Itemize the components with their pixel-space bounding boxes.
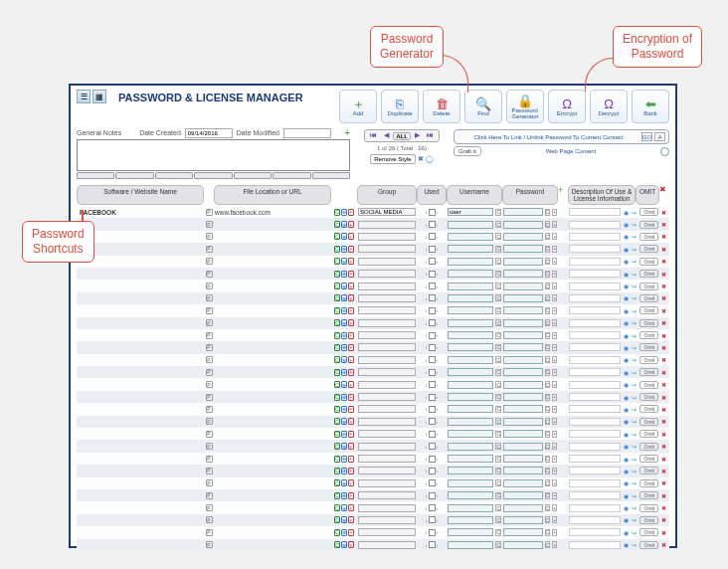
username-copy[interactable]: C: [495, 381, 501, 388]
used-prev-icon[interactable]: ‹: [426, 480, 428, 486]
password-input[interactable]: [503, 467, 543, 474]
url-action-b[interactable]: ⊕: [341, 233, 347, 240]
omit-button[interactable]: Omit: [639, 331, 658, 339]
url-action-c[interactable]: •: [348, 209, 354, 216]
url-action-b[interactable]: ⊕: [341, 456, 347, 463]
password-more[interactable]: •: [552, 307, 557, 314]
used-checkbox[interactable]: [429, 406, 436, 413]
password-copy[interactable]: C: [545, 418, 551, 425]
url-action-a[interactable]: C: [334, 221, 340, 228]
password-copy[interactable]: C: [545, 369, 551, 376]
description-input[interactable]: [569, 283, 621, 290]
row-link-icon[interactable]: ↪: [632, 381, 638, 388]
group-input[interactable]: [358, 294, 416, 302]
password-copy[interactable]: C: [545, 221, 551, 228]
notes-tab-2[interactable]: [115, 172, 153, 179]
delete-button[interactable]: 🗑Delete: [423, 90, 460, 123]
used-prev-icon[interactable]: ‹: [426, 320, 428, 326]
p-shortcut-button[interactable]: P: [206, 369, 213, 376]
row-delete-icon[interactable]: ✖: [660, 221, 667, 228]
used-checkbox[interactable]: [429, 479, 436, 486]
row-delete-icon[interactable]: ✖: [660, 246, 667, 253]
password-input[interactable]: [503, 221, 543, 229]
description-input[interactable]: [569, 245, 621, 253]
url-action-c[interactable]: •: [348, 418, 354, 425]
url-action-a[interactable]: C: [334, 246, 340, 253]
web-refresh-icon[interactable]: [660, 147, 669, 156]
used-next-icon[interactable]: ›: [437, 419, 439, 425]
url-action-b[interactable]: ⊕: [341, 369, 347, 376]
row-link-icon[interactable]: ↪: [632, 258, 638, 265]
row-info-icon[interactable]: ◉: [623, 468, 630, 474]
row-delete-icon[interactable]: ✖: [660, 381, 667, 388]
username-copy[interactable]: C: [495, 468, 501, 474]
omit-button[interactable]: Omit: [639, 319, 658, 327]
url-action-b[interactable]: ⊕: [341, 529, 347, 536]
url-action-c[interactable]: •: [348, 271, 354, 278]
username-copy[interactable]: C: [495, 221, 501, 228]
p-shortcut-button[interactable]: P: [206, 209, 213, 216]
url-action-a[interactable]: C: [334, 369, 340, 376]
row-delete-icon[interactable]: ✖: [660, 418, 667, 425]
p-shortcut-button[interactable]: P: [206, 431, 213, 438]
date-created-input[interactable]: [185, 128, 233, 138]
p-shortcut-button[interactable]: P: [206, 233, 213, 240]
row-delete-icon[interactable]: ✖: [660, 456, 667, 463]
omit-button[interactable]: Omit: [639, 258, 658, 266]
password-more[interactable]: •: [552, 456, 557, 463]
url-action-a[interactable]: C: [334, 492, 340, 499]
row-delete-icon[interactable]: ✖: [660, 344, 667, 351]
used-next-icon[interactable]: ›: [437, 382, 439, 388]
username-copy[interactable]: C: [495, 332, 501, 339]
password-copy[interactable]: C: [545, 479, 551, 486]
used-prev-icon[interactable]: ‹: [426, 431, 428, 437]
row-delete-icon[interactable]: ✖: [660, 492, 667, 499]
go-button[interactable]: GO: [641, 132, 652, 141]
used-prev-icon[interactable]: ‹: [426, 332, 428, 338]
url-action-c[interactable]: •: [348, 369, 354, 376]
group-input[interactable]: [358, 283, 416, 290]
description-input[interactable]: [569, 270, 621, 278]
password-more[interactable]: •: [552, 394, 557, 401]
url-action-a[interactable]: C: [334, 332, 340, 339]
used-next-icon[interactable]: ›: [437, 444, 439, 450]
password-input[interactable]: [503, 319, 543, 327]
password-input[interactable]: [503, 541, 543, 549]
omit-button[interactable]: Omit: [639, 443, 658, 451]
username-copy[interactable]: C: [495, 504, 501, 511]
used-checkbox[interactable]: [429, 233, 436, 240]
password-input[interactable]: [503, 258, 543, 266]
username-input[interactable]: [448, 233, 493, 241]
omit-button[interactable]: Omit: [639, 306, 658, 314]
username-input[interactable]: [448, 479, 493, 487]
password-input[interactable]: [503, 516, 543, 524]
password-more[interactable]: •: [552, 258, 557, 265]
username-copy[interactable]: C: [495, 294, 501, 301]
group-input[interactable]: [358, 541, 416, 549]
used-checkbox[interactable]: [429, 456, 436, 463]
password-copy[interactable]: C: [545, 209, 551, 216]
omit-button[interactable]: Omit: [639, 418, 658, 426]
group-input[interactable]: [358, 491, 416, 499]
group-input[interactable]: [358, 443, 416, 451]
used-next-icon[interactable]: ›: [437, 320, 439, 326]
p-shortcut-button[interactable]: P: [206, 516, 213, 523]
column-software[interactable]: Software / Website Name: [77, 185, 204, 205]
used-next-icon[interactable]: ›: [437, 505, 439, 511]
row-link-icon[interactable]: ↪: [632, 456, 638, 463]
password-more[interactable]: •: [552, 418, 557, 425]
url-action-a[interactable]: C: [334, 456, 340, 463]
row-delete-icon[interactable]: ✖: [660, 369, 667, 376]
used-next-icon[interactable]: ›: [437, 222, 439, 228]
used-prev-icon[interactable]: ‹: [426, 222, 428, 228]
row-delete-icon[interactable]: ✖: [660, 431, 667, 438]
password-more[interactable]: •: [552, 369, 557, 376]
column-description[interactable]: Description Of Use & License Information: [568, 185, 636, 205]
password-copy[interactable]: C: [545, 307, 551, 314]
row-delete-icon[interactable]: ✖: [660, 468, 667, 474]
description-input[interactable]: [569, 208, 621, 216]
a-button[interactable]: A: [654, 132, 665, 141]
description-input[interactable]: [569, 221, 621, 229]
p-shortcut-button[interactable]: P: [206, 246, 213, 253]
row-info-icon[interactable]: ◉: [623, 443, 630, 450]
